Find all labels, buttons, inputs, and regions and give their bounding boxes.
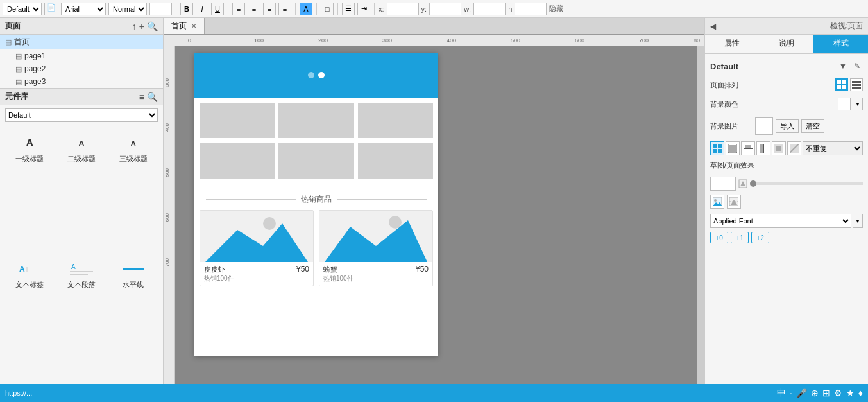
x-input[interactable] bbox=[387, 3, 419, 15]
style-edit-btn[interactable]: ✎ bbox=[851, 60, 863, 72]
font-arrow[interactable]: ▼ bbox=[853, 214, 863, 228]
page-item-1[interactable]: ▤ page1 bbox=[0, 49, 163, 62]
bg-rep-btn-3[interactable] bbox=[741, 141, 755, 155]
taskbar-lang[interactable]: 中 bbox=[777, 387, 786, 399]
bg-rep-btn-6[interactable] bbox=[787, 141, 801, 155]
component-h3[interactable]: A 三级标题 bbox=[108, 130, 158, 254]
toolbar-divider-4 bbox=[316, 3, 317, 15]
canvas-tab-home[interactable]: 首页 ✕ bbox=[164, 18, 205, 34]
component-h1[interactable]: A 一级标题 bbox=[5, 130, 55, 254]
tab-properties[interactable]: 属性 bbox=[705, 35, 760, 53]
page-grid-row-1 bbox=[200, 103, 433, 138]
bg-import-btn[interactable]: 导入 bbox=[776, 119, 799, 133]
y-input[interactable] bbox=[429, 3, 461, 15]
page-add-icon[interactable]: + bbox=[139, 21, 144, 31]
canvas-tab-close[interactable]: ✕ bbox=[191, 22, 196, 30]
component-search-icon[interactable]: 🔍 bbox=[147, 92, 158, 102]
bold-button[interactable]: B bbox=[180, 3, 193, 15]
image-icon-2[interactable] bbox=[727, 195, 741, 209]
color-btn[interactable]: A bbox=[300, 3, 312, 15]
svg-rect-27 bbox=[745, 145, 751, 148]
canvas-page: 热销商品 bbox=[194, 53, 438, 356]
component-menu-icon[interactable]: ≡ bbox=[139, 92, 144, 102]
bg-color-arrow[interactable]: ▼ bbox=[853, 98, 863, 110]
svg-text:A: A bbox=[19, 265, 25, 274]
taskbar-grid[interactable]: ⊞ bbox=[822, 388, 830, 398]
italic-button[interactable]: I bbox=[196, 3, 208, 15]
page-export-icon[interactable]: ↑ bbox=[132, 21, 137, 31]
bg-rep-btn-4[interactable] bbox=[756, 141, 770, 155]
tab-style[interactable]: 样式 bbox=[813, 35, 868, 53]
style-dropdown-btn[interactable]: ▼ bbox=[837, 60, 849, 72]
banner-dot-1 bbox=[308, 72, 314, 78]
bg-rep-btn-5[interactable] bbox=[772, 141, 786, 155]
page-item-3[interactable]: ▤ page3 bbox=[0, 75, 163, 88]
underline-button[interactable]: U bbox=[211, 3, 224, 15]
badge-1[interactable]: +1 bbox=[731, 232, 749, 243]
pages-header: 页面 ↑ + 🔍 bbox=[0, 18, 163, 35]
svg-point-12 bbox=[389, 216, 402, 229]
badge-2[interactable]: +2 bbox=[751, 232, 769, 243]
page-item-home[interactable]: ▤ 首页 bbox=[0, 35, 163, 49]
page-search-icon[interactable]: 🔍 bbox=[147, 21, 158, 31]
toolbar-size-input[interactable]: 13 bbox=[149, 3, 172, 15]
indent-btn[interactable]: ⇥ bbox=[357, 3, 370, 15]
page-item-2[interactable]: ▤ page2 bbox=[0, 62, 163, 75]
align-btn-4[interactable]: ≡ bbox=[278, 3, 291, 15]
layout-btn-list[interactable] bbox=[850, 78, 863, 91]
sketch-slider[interactable] bbox=[750, 182, 863, 185]
align-btn-2[interactable]: ≡ bbox=[248, 3, 260, 15]
taskbar-dot[interactable]: · bbox=[790, 388, 792, 398]
component-text-para[interactable]: A 文本段落 bbox=[57, 256, 106, 380]
sketch-value-input[interactable]: 0 bbox=[710, 177, 736, 191]
bg-clear-btn[interactable]: 清空 bbox=[801, 119, 824, 133]
align-btn-1[interactable]: ≡ bbox=[232, 3, 245, 15]
product-sub-1: 热销100件 bbox=[204, 274, 234, 283]
font-select[interactable]: Applied Font bbox=[710, 214, 851, 228]
bg-image-controls: 导入 清空 bbox=[755, 117, 824, 135]
component-h2[interactable]: A 二级标题 bbox=[57, 130, 106, 254]
image-icon-1[interactable] bbox=[710, 195, 724, 209]
svg-rect-21 bbox=[718, 144, 722, 148]
main-layout: 页面 ↑ + 🔍 ▤ 首页 ▤ page1 ▤ page2 ▤ bbox=[0, 18, 868, 402]
toolbar-default-select[interactable]: Default bbox=[3, 3, 42, 15]
toolbar-page-icon[interactable]: 📄 bbox=[44, 3, 58, 15]
taskbar-settings[interactable]: ⚙ bbox=[834, 388, 842, 398]
canvas-scroll-v[interactable] bbox=[697, 46, 704, 394]
badge-0[interactable]: +0 bbox=[710, 232, 728, 243]
section-title-text: 热销商品 bbox=[301, 194, 332, 205]
page-layout-label: 页面排列 bbox=[710, 80, 755, 90]
product-card-1: 皮皮虾 热销100件 ¥50 bbox=[200, 210, 314, 286]
canvas-viewport[interactable]: 热销商品 bbox=[175, 46, 697, 394]
font-select-row: Applied Font ▼ bbox=[710, 214, 863, 228]
component-hr[interactable]: 水平线 bbox=[108, 256, 158, 380]
layout-btn-grid[interactable] bbox=[835, 78, 848, 91]
grid-item-5 bbox=[278, 143, 353, 179]
text-para-icon: A bbox=[69, 259, 94, 279]
component-text-label[interactable]: A 文本标签 bbox=[5, 256, 55, 380]
product-name-2: 螃蟹 bbox=[323, 265, 353, 274]
bg-rep-btn-1[interactable] bbox=[710, 141, 724, 155]
taskbar-star[interactable]: ★ bbox=[846, 388, 855, 398]
component-category-select[interactable]: Default bbox=[5, 108, 158, 122]
bg-repeat-select[interactable]: 不重复 bbox=[803, 141, 863, 155]
taskbar-mic[interactable]: 🎤 bbox=[796, 388, 807, 398]
bullet-btn[interactable]: ☰ bbox=[342, 3, 355, 15]
right-panel-back-icon[interactable]: ◀ bbox=[710, 22, 716, 31]
right-panel-title: 检视:页面 bbox=[830, 21, 863, 31]
toolbar-divider-1 bbox=[176, 3, 176, 15]
toolbar-style-select[interactable]: Normal bbox=[108, 3, 147, 15]
bg-rep-btn-2[interactable] bbox=[726, 141, 740, 155]
taskbar-diamond[interactable]: ♦ bbox=[858, 388, 863, 398]
h-input[interactable] bbox=[515, 3, 547, 15]
bg-color-box[interactable] bbox=[838, 98, 851, 110]
product-info-1: 皮皮虾 热销100件 ¥50 bbox=[200, 262, 313, 286]
toolbar-font-select[interactable]: Arial bbox=[61, 3, 106, 15]
tab-description[interactable]: 说明 bbox=[760, 35, 814, 53]
align-btn-3[interactable]: ≡ bbox=[263, 3, 276, 15]
border-btn[interactable]: □ bbox=[321, 3, 334, 15]
style-name: Default bbox=[710, 62, 738, 71]
w-input[interactable] bbox=[473, 3, 506, 15]
svg-point-6 bbox=[132, 268, 135, 270]
taskbar-search[interactable]: ⊕ bbox=[811, 388, 819, 398]
